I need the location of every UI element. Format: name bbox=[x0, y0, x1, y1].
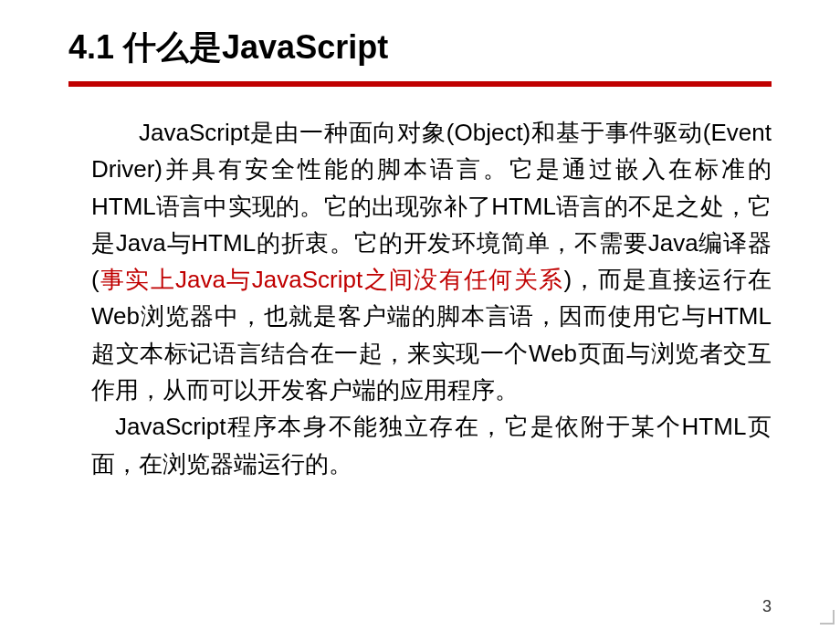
paragraph-2: JavaScript程序本身不能独立存在，它是依附于某个HTML页面，在浏览器端… bbox=[91, 408, 772, 482]
slide-title: 4.1 什么是JavaScript bbox=[0, 0, 840, 81]
para2-text: JavaScript程序本身不能独立存在，它是依附于某个HTML页面，在浏览器端… bbox=[91, 413, 772, 477]
page-number: 3 bbox=[762, 597, 772, 616]
slide-content: JavaScript是由一种面向对象(Object)和基于事件驱动(Event … bbox=[0, 87, 840, 482]
para1-highlight: 事实上Java与JavaScript之间没有任何关系 bbox=[100, 266, 564, 293]
corner-decoration bbox=[816, 606, 835, 625]
paragraph-1: JavaScript是由一种面向对象(Object)和基于事件驱动(Event … bbox=[91, 114, 772, 408]
